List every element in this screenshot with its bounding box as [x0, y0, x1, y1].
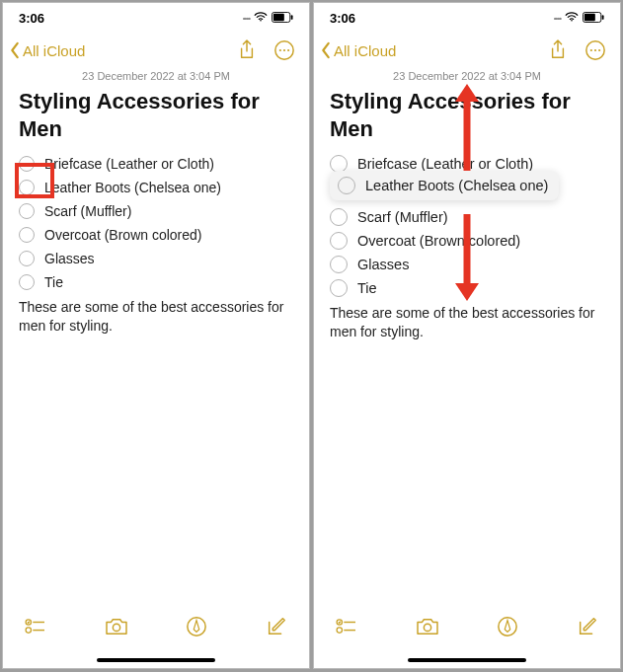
checklist-label[interactable]: Overcoat (Brown colored) — [357, 233, 520, 249]
chevron-left-icon — [9, 41, 21, 59]
more-button[interactable] — [273, 39, 295, 61]
checklist-item[interactable]: Scarf (Muffler) — [330, 205, 604, 229]
camera-icon — [416, 617, 439, 636]
bottom-toolbar — [314, 603, 620, 650]
wifi-icon — [254, 12, 268, 24]
checkbox-circle-icon[interactable] — [19, 156, 35, 172]
checkbox-circle-icon[interactable] — [330, 208, 348, 226]
compose-button[interactable] — [266, 616, 287, 637]
svg-point-12 — [113, 624, 119, 631]
checklist-item[interactable]: Glasses — [19, 247, 293, 270]
svg-point-21 — [598, 49, 600, 51]
nav-bar: All iCloud — [3, 33, 309, 68]
bottom-toolbar — [3, 603, 309, 650]
battery-icon — [272, 12, 293, 25]
markup-button[interactable] — [497, 616, 518, 637]
ellipsis-circle-icon — [273, 39, 295, 61]
checklist-label[interactable]: Leather Boots (Chelsea one) — [44, 180, 221, 195]
note-timestamp: 23 December 2022 at 3:04 PM — [314, 70, 620, 82]
checklist-item[interactable]: Overcoat (Brown colored) — [330, 229, 604, 253]
camera-button[interactable] — [105, 617, 128, 636]
status-right: •••• — [243, 12, 293, 25]
share-icon — [549, 39, 567, 61]
checklist-item[interactable]: Briefcase (Leather or Cloth) — [19, 152, 293, 176]
pen-circle-icon — [186, 616, 207, 637]
markup-button[interactable] — [186, 616, 207, 637]
share-button[interactable] — [238, 39, 256, 61]
checklist-item[interactable]: Tie — [330, 276, 604, 300]
share-icon — [238, 39, 256, 61]
dragging-checklist-item[interactable]: Leather Boots (Chelsea one) — [330, 171, 559, 200]
checklist-label[interactable]: Leather Boots (Chelsea one) — [365, 178, 548, 193]
svg-point-20 — [594, 49, 596, 51]
checkbox-circle-icon[interactable] — [330, 232, 348, 250]
note-paragraph[interactable]: These are some of the best accessories f… — [330, 304, 604, 341]
status-right: •••• — [554, 12, 604, 25]
ellipsis-circle-icon — [584, 39, 606, 61]
compose-icon — [266, 616, 287, 637]
checklist-label[interactable]: Scarf (Muffler) — [357, 209, 448, 225]
checklist-icon — [336, 618, 357, 635]
checklist-item[interactable]: Glasses — [330, 253, 604, 276]
phone-right: 3:06 •••• All iCloud 23 December 2022 at… — [313, 2, 621, 669]
note-paragraph[interactable]: These are some of the best accessories f… — [19, 298, 293, 336]
checklist-label[interactable]: Briefcase (Leather or Cloth) — [44, 156, 214, 172]
checklist-label[interactable]: Briefcase (Leather or Cloth) — [357, 156, 533, 172]
svg-point-0 — [260, 20, 262, 22]
checkbox-circle-icon[interactable] — [330, 256, 348, 273]
note-title[interactable]: Styling Accessories for Men — [330, 88, 604, 142]
svg-rect-16 — [584, 13, 595, 20]
checkbox-circle-icon[interactable] — [19, 251, 35, 266]
checkbox-circle-icon[interactable] — [19, 180, 35, 195]
signal-dots: •••• — [554, 14, 561, 23]
signal-dots: •••• — [243, 14, 250, 23]
back-button[interactable]: All iCloud — [320, 41, 396, 59]
svg-point-26 — [424, 624, 430, 631]
back-button[interactable]: All iCloud — [9, 41, 85, 59]
checklist-item[interactable]: Scarf (Muffler) — [19, 199, 293, 223]
checklist-icon — [25, 618, 46, 635]
checklist-label[interactable]: Glasses — [44, 251, 95, 266]
share-button[interactable] — [549, 39, 567, 61]
checkbox-circle-icon[interactable] — [19, 203, 35, 219]
status-bar: 3:06 •••• — [3, 3, 309, 33]
pen-circle-icon — [497, 616, 518, 637]
svg-point-14 — [571, 20, 573, 22]
home-indicator[interactable] — [408, 658, 526, 662]
phone-left: 3:06 •••• All iCloud 23 December 2022 at… — [2, 2, 310, 669]
checklist-label[interactable]: Glasses — [357, 257, 409, 272]
svg-rect-17 — [602, 15, 604, 20]
svg-point-10 — [26, 628, 31, 633]
svg-rect-2 — [273, 13, 284, 20]
checklist-label[interactable]: Overcoat (Brown colored) — [44, 227, 202, 243]
status-time: 3:06 — [19, 11, 44, 26]
checklist-item[interactable]: Leather Boots (Chelsea one) — [19, 176, 293, 199]
checklist-label[interactable]: Tie — [357, 280, 377, 296]
checkbox-circle-icon[interactable] — [19, 274, 35, 290]
checklist-item[interactable]: Tie — [19, 270, 293, 294]
checkbox-circle-icon[interactable] — [338, 177, 355, 194]
compose-icon — [577, 616, 598, 637]
wifi-icon — [565, 12, 579, 24]
battery-icon — [583, 12, 604, 25]
svg-point-19 — [590, 49, 592, 51]
checklist-label[interactable]: Scarf (Muffler) — [44, 203, 131, 219]
svg-point-6 — [283, 49, 285, 51]
checklist-button[interactable] — [25, 618, 46, 635]
checklist-item[interactable]: Overcoat (Brown colored) — [19, 223, 293, 247]
note-content[interactable]: Styling Accessories for Men Briefcase (L… — [314, 88, 620, 341]
status-time: 3:06 — [330, 11, 355, 26]
checklist-label[interactable]: Tie — [44, 274, 63, 290]
checkbox-circle-icon[interactable] — [330, 279, 348, 297]
back-label: All iCloud — [334, 42, 396, 59]
camera-button[interactable] — [416, 617, 439, 636]
status-bar: 3:06 •••• — [314, 3, 620, 33]
note-title[interactable]: Styling Accessories for Men — [19, 88, 293, 142]
checklist-button[interactable] — [336, 618, 357, 635]
checkbox-circle-icon[interactable] — [19, 227, 35, 243]
back-label: All iCloud — [23, 42, 85, 59]
note-content[interactable]: Styling Accessories for Men Briefcase (L… — [3, 88, 309, 336]
home-indicator[interactable] — [97, 658, 215, 662]
compose-button[interactable] — [577, 616, 598, 637]
more-button[interactable] — [584, 39, 606, 61]
